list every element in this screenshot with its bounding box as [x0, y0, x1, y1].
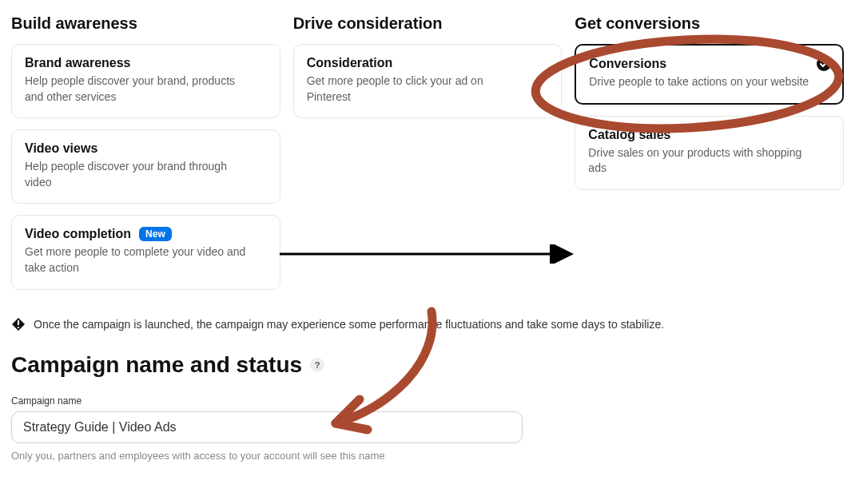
column-build-awareness: Build awareness Brand awareness Help peo…	[11, 14, 280, 301]
card-title-text: Video completion	[25, 227, 131, 241]
campaign-name-field: Campaign name Only you, partners and emp…	[11, 395, 844, 462]
card-title: Catalog sales	[588, 128, 830, 142]
info-banner: Once the campaign is launched, the campa…	[11, 317, 844, 331]
column-heading: Build awareness	[11, 14, 280, 33]
checkmark-icon	[817, 57, 831, 71]
column-get-conversions: Get conversions Conversions Drive people…	[575, 14, 844, 301]
card-desc: Drive people to take actions on your web…	[589, 74, 813, 90]
card-title: Conversions	[589, 57, 829, 71]
column-heading: Get conversions	[575, 14, 844, 33]
card-desc: Help people discover your brand, product…	[25, 73, 249, 105]
section-heading: Campaign name and status	[11, 352, 302, 378]
card-catalog-sales[interactable]: Catalog sales Drive sales on your produc…	[575, 116, 844, 190]
card-title: Video views	[25, 141, 267, 156]
help-icon[interactable]: ?	[310, 358, 324, 372]
card-video-completion[interactable]: Video completion New Get more people to …	[11, 215, 280, 289]
card-conversions[interactable]: Conversions Drive people to take actions…	[575, 44, 844, 105]
card-desc: Get more people to complete your video a…	[25, 244, 249, 276]
card-title: Brand awareness	[25, 56, 267, 70]
card-desc: Get more people to click your ad on Pint…	[307, 73, 531, 105]
card-desc: Help people discover your brand through …	[25, 159, 249, 190]
campaign-name-input[interactable]	[11, 411, 523, 443]
column-heading: Drive consideration	[293, 14, 563, 33]
campaign-name-help: Only you, partners and employees with ac…	[11, 450, 844, 462]
section-heading-row: Campaign name and status ?	[11, 352, 844, 378]
campaign-name-label: Campaign name	[11, 395, 844, 407]
info-icon	[11, 317, 26, 331]
card-title: Video completion New	[25, 227, 267, 241]
new-badge: New	[139, 227, 172, 241]
svg-rect-2	[18, 327, 19, 328]
objective-columns: Build awareness Brand awareness Help peo…	[11, 14, 844, 301]
info-text: Once the campaign is launched, the campa…	[34, 318, 664, 331]
card-brand-awareness[interactable]: Brand awareness Help people discover you…	[11, 44, 280, 118]
card-video-views[interactable]: Video views Help people discover your br…	[11, 129, 280, 204]
card-desc: Drive sales on your products with shoppi…	[588, 145, 812, 177]
svg-rect-1	[18, 320, 19, 325]
card-title: Consideration	[307, 56, 549, 70]
card-consideration[interactable]: Consideration Get more people to click y…	[293, 44, 563, 118]
column-drive-consideration: Drive consideration Consideration Get mo…	[293, 14, 563, 301]
